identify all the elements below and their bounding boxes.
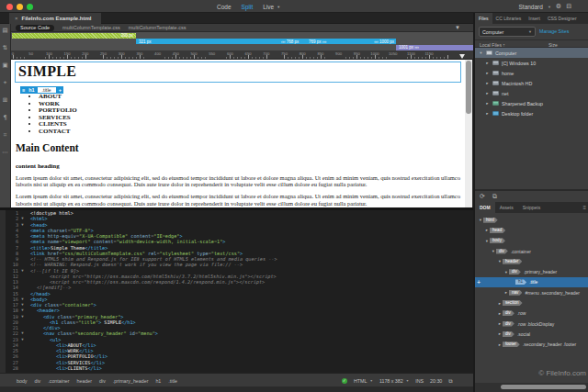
split-view-button[interactable]: Split [242, 4, 254, 10]
snippets-icon[interactable]: ⌗ [4, 132, 7, 138]
tag-selector-item[interactable]: header [77, 378, 93, 384]
window-size-indicator[interactable]: 1178 x 382 [379, 378, 403, 384]
preview-main-heading[interactable]: Main Content [16, 142, 465, 153]
selected-element-outline[interactable]: SIMPLE ≡ h1 .title + [15, 62, 461, 83]
tree-caret-icon[interactable]: ▸ [485, 91, 490, 95]
element-class-field[interactable]: .title [37, 86, 57, 94]
dom-tree-row[interactable]: ▾div.container [475, 246, 588, 256]
filter-related-files-icon[interactable]: ▼ [455, 25, 460, 30]
dom-tree-row[interactable]: ▸nav#menu .secondary_header [475, 287, 588, 297]
element-tag-label[interactable]: h1 [27, 86, 36, 94]
tree-caret-icon[interactable]: ▸ [485, 111, 490, 116]
tag-selector-item[interactable]: body [17, 378, 28, 384]
tree-caret-icon[interactable]: ▸ [497, 331, 503, 336]
live-view-button[interactable]: Live [263, 4, 274, 10]
tree-caret-icon[interactable]: ▸ [485, 81, 490, 85]
tag-selector-item[interactable]: h1 [155, 378, 161, 384]
tree-caret-icon[interactable]: ▸ [503, 290, 509, 295]
dom-tree-row[interactable]: ▸div.row .blockDisplay [475, 319, 588, 329]
code-view-button[interactable]: Code [217, 4, 232, 10]
panel-hscrollbar[interactable] [475, 383, 588, 392]
close-tab-icon[interactable]: × [15, 16, 18, 21]
manage-sites-link[interactable]: Manage Sites [539, 28, 569, 34]
tree-caret-icon[interactable]: ▸ [497, 311, 503, 316]
panel-tab-insert[interactable]: Insert [525, 13, 544, 24]
element-menu-icon[interactable]: ≡ [20, 86, 27, 94]
window-size-caret-icon[interactable]: ▼ [406, 379, 409, 383]
add-element-icon[interactable]: + [477, 279, 481, 286]
dom-tree-row[interactable]: ▸div.row [475, 308, 588, 319]
local-files-column-header[interactable]: Local Files ↑ [480, 42, 505, 48]
related-file-1[interactable]: multiColumnTemplate.css [62, 25, 120, 30]
site-select[interactable]: Computer ▼ [479, 27, 536, 37]
customize-toolbar-icon[interactable]: ⋯ [2, 150, 8, 155]
dom-tree-row[interactable]: ▾header [475, 256, 588, 266]
ruler-resize-handle[interactable] [459, 54, 465, 59]
refresh-icon[interactable]: ⟳ [480, 193, 485, 200]
tree-caret-icon[interactable]: ▾ [491, 249, 496, 253]
preview-menu-item[interactable]: ABOUT [39, 94, 465, 101]
preview-content-heading[interactable]: content heading [16, 162, 465, 170]
add-class-button[interactable]: + [57, 86, 63, 94]
file-tree-row[interactable]: ▸Desktop folder [475, 108, 588, 118]
file-tree-row[interactable]: ▸Macintosh HD [475, 78, 588, 88]
panel-menu-icon[interactable]: ≡ [582, 205, 588, 210]
dom-tree-row[interactable]: ▾div.primary_header [475, 266, 588, 276]
panel-tab-css-designer[interactable]: CSS Designer [544, 13, 581, 24]
zoom-window-icon[interactable] [27, 4, 33, 10]
dom-tree-row[interactable]: ▸head [475, 225, 588, 235]
live-view-caret-icon[interactable]: ▼ [277, 5, 280, 9]
dom-tree-row[interactable]: ▾html [475, 215, 588, 225]
media-query-segment-medium[interactable]: 321 px ‹‹‹ 768 px 769 px ››› ‹‹‹ 1000 px [136, 39, 396, 44]
tree-caret-icon[interactable]: ▸ [497, 321, 503, 326]
linting-icon[interactable]: ¶ [3, 115, 6, 120]
file-tree-row[interactable]: ▸Sharpened Backup [475, 98, 588, 108]
dom-tree-row[interactable]: ▾body [475, 236, 588, 246]
source-code-button[interactable]: Source Code [16, 25, 54, 31]
tag-selector-item[interactable]: div [35, 378, 41, 384]
code-editor[interactable]: 1<!doctype html>2▼<html>3▼<head>4<meta c… [0, 210, 473, 373]
dom-tree-row[interactable]: ▸section [475, 297, 588, 308]
media-query-segment-small[interactable]: 300 px [12, 33, 136, 39]
file-tree-row[interactable]: ▸[C] Windows 10 [475, 58, 588, 68]
doctype-indicator[interactable]: HTML [354, 378, 367, 384]
tag-selector-item[interactable]: div [99, 378, 106, 384]
panel-tab-files[interactable]: Files [475, 13, 492, 24]
dom-panel-tab-dom[interactable]: DOM [475, 202, 495, 213]
preview-menu-item[interactable]: PORTFOLIO [39, 107, 465, 115]
tree-caret-icon[interactable]: ▾ [478, 218, 483, 222]
tag-selector-item[interactable]: .title [168, 378, 177, 384]
panel-hscrollbar-thumb[interactable] [501, 385, 586, 389]
preview-scrollbar[interactable] [465, 60, 472, 207]
preview-heading[interactable]: SIMPLE [18, 62, 460, 80]
minimize-window-icon[interactable] [17, 4, 23, 10]
tag-selector-item[interactable]: .container [48, 378, 69, 384]
size-column-header[interactable]: Size [548, 42, 558, 48]
close-window-icon[interactable] [6, 4, 13, 10]
media-query-segment-large[interactable]: 1001 px ››› [396, 45, 476, 50]
open-documents-icon[interactable]: ▤ [2, 28, 7, 33]
tree-caret-icon[interactable]: ▾ [484, 239, 490, 243]
live-view-options-icon[interactable]: ▣ [2, 62, 7, 68]
preview-menu-item[interactable]: CONTACT [39, 129, 465, 136]
select-mode-icon[interactable]: ⧉ [492, 193, 497, 200]
related-file-2[interactable]: multiColumnTemplate.css [129, 25, 187, 30]
panel-tab-cc-libraries[interactable]: CC Libraries [492, 13, 526, 24]
window-layout-icon[interactable]: ⊟ [566, 3, 571, 10]
dom-tree-row[interactable]: ▸div.social [475, 329, 588, 339]
tree-caret-icon[interactable]: ▸ [485, 101, 490, 106]
file-tree-row[interactable]: ▸net [475, 88, 588, 98]
tree-caret-icon[interactable]: ▸ [485, 61, 490, 65]
preview-in-browser-icon[interactable]: ⧉ [448, 377, 452, 385]
preview-paragraph[interactable]: Lorem ipsum dolor sit amet, consectetur … [16, 174, 460, 189]
preview-paragraph[interactable]: Lorem ipsum dolor sit amet, consectetur … [16, 193, 460, 207]
tag-selector-item[interactable]: .primary_header [113, 378, 149, 384]
tree-caret-icon[interactable]: ▾ [497, 259, 503, 263]
preview-menu-item[interactable]: WORK [39, 101, 465, 108]
dom-panel-tab-assets[interactable]: Assets [495, 202, 518, 213]
tree-caret-icon[interactable]: ▸ [484, 228, 490, 232]
position-assist-icon[interactable]: ⊞ [3, 97, 7, 103]
dom-panel-tab-snippets[interactable]: Snippets [518, 202, 545, 213]
file-tree-row[interactable]: ▸home [475, 68, 588, 78]
document-tab[interactable]: × FileInfo.com Example.html [9, 13, 101, 24]
